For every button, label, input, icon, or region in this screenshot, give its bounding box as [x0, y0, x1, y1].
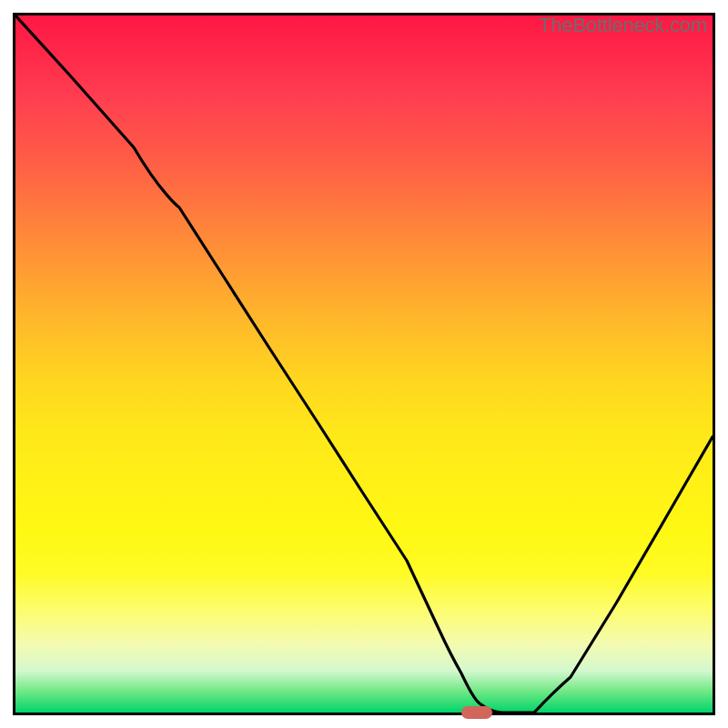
watermark-label: TheBottleneck.com [539, 14, 707, 37]
chart-frame: TheBottleneck.com [13, 13, 715, 715]
min-marker [461, 706, 492, 719]
gradient-background [15, 15, 713, 713]
